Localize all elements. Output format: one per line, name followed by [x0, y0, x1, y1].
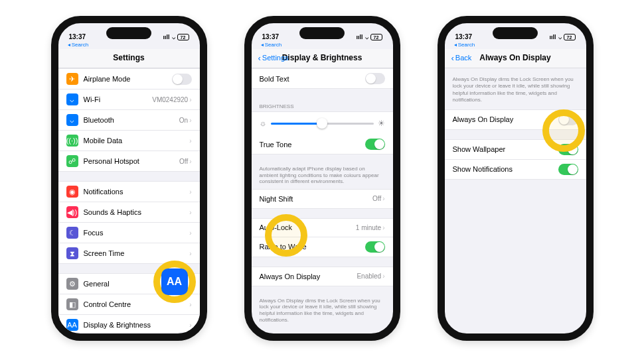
row-label: Airplane Mode — [84, 75, 172, 83]
chevron-right-icon: › — [382, 195, 384, 202]
row-always-on-display[interactable]: Always On Display Enabled › — [252, 267, 393, 286]
highlight-aod-toggle — [542, 109, 585, 152]
page-title: Always On Display — [479, 53, 550, 62]
row-value: Off — [179, 158, 188, 165]
phone-always-on-display: 13:37 ııll ⌵ 72 ◂ Search ‹ Back Always O… — [438, 16, 594, 341]
sun-high-icon: ☀ — [378, 119, 385, 128]
row-icon: ((·)) — [66, 135, 78, 147]
settings-row[interactable]: ◀))Sounds & Haptics› — [58, 202, 200, 223]
settings-row[interactable]: ⌵Wi-FiVM0242920› — [58, 90, 200, 110]
row-icon: ⧗ — [66, 247, 78, 259]
nav-bar: ‹ Settings Display & Brightness — [252, 49, 393, 68]
row-icon: AA — [66, 319, 78, 331]
chevron-right-icon: › — [189, 137, 191, 145]
row-icon: ◀)) — [66, 206, 78, 218]
back-label: Settings — [262, 54, 289, 62]
status-bar: 13:37 ııll ⌵ 72 — [445, 23, 586, 42]
settings-row[interactable]: ✈︎Airplane Mode — [58, 69, 200, 90]
chevron-right-icon: › — [189, 96, 191, 103]
status-time: 13:37 — [455, 33, 489, 40]
chevron-right-icon: › — [189, 229, 191, 237]
row-night-shift[interactable]: Night Shift Off › — [252, 190, 393, 208]
chevron-right-icon: › — [189, 209, 191, 216]
back-button[interactable]: ‹ Back — [451, 53, 472, 63]
row-label: Focus — [84, 229, 190, 237]
aod-content: Always On Display dims the Lock Screen w… — [445, 68, 586, 332]
chevron-right-icon: › — [189, 322, 191, 329]
breadcrumb[interactable]: ◂ Search — [252, 42, 393, 49]
battery-icon: 72 — [564, 34, 576, 40]
row-show-notifications[interactable]: Show Notifications — [445, 160, 586, 179]
chevron-right-icon: › — [382, 224, 384, 231]
wifi-icon: ⌵ — [365, 34, 368, 40]
toggle-show-notifications[interactable] — [558, 164, 578, 175]
battery-icon: 72 — [370, 34, 382, 40]
settings-row[interactable]: AADisplay & Brightness› — [58, 315, 200, 332]
breadcrumb[interactable]: ◂ Search — [445, 42, 586, 49]
row-icon: ⌵ — [66, 93, 78, 105]
row-label: Wi-Fi — [84, 95, 153, 103]
row-label: Notifications — [84, 188, 190, 196]
row-label: Sounds & Haptics — [84, 208, 190, 216]
status-icons: ııll ⌵ 72 — [163, 34, 189, 40]
settings-row[interactable]: ☍Personal HotspotOff› — [58, 151, 200, 171]
nav-bar: ‹ Back Always On Display — [445, 49, 586, 68]
status-time: 13:37 — [262, 33, 295, 40]
back-button[interactable]: ‹ Settings — [258, 53, 289, 63]
row-label: Mobile Data — [84, 137, 189, 145]
phone-settings: 13:37 ııll ⌵ 72 ◂ Search Settings ✈︎Airp… — [51, 16, 207, 341]
row-value: VM0242920 — [152, 96, 188, 103]
nav-bar: Settings — [58, 49, 200, 68]
brightness-content: Bold Text BRIGHTNESS ☼ ☀ True Tone Autom… — [252, 68, 393, 332]
status-icons: ııll ⌵ 72 — [549, 34, 575, 40]
chevron-left-icon: ‹ — [451, 53, 454, 63]
row-icon: ◉ — [66, 186, 78, 198]
chevron-right-icon: › — [189, 250, 191, 257]
back-label: Back — [455, 54, 471, 62]
page-title: Settings — [113, 53, 144, 62]
row-icon: ⚙ — [66, 278, 78, 290]
group-alerts: ◉Notifications›◀))Sounds & Haptics›☾Focu… — [58, 181, 200, 264]
row-label: Personal Hotspot — [84, 157, 180, 165]
row-label: Screen Time — [84, 249, 190, 257]
aod-description: Always On Display dims the Lock Screen w… — [445, 68, 586, 109]
wifi-icon: ⌵ — [172, 34, 175, 40]
row-icon: ☍ — [66, 155, 78, 167]
row-true-tone[interactable]: True Tone — [252, 135, 393, 154]
row-value: On — [179, 117, 188, 124]
chevron-right-icon: › — [189, 188, 191, 196]
brightness-slider-row[interactable]: ☼ ☀ — [252, 112, 393, 135]
breadcrumb[interactable]: ◂ Search — [58, 42, 200, 49]
toggle-bold-text[interactable] — [365, 73, 385, 84]
phone-display-brightness: 13:37 ııll ⌵ 72 ◂ Search ‹ Settings Disp… — [244, 16, 400, 341]
wifi-icon: ⌵ — [558, 34, 562, 40]
row-label: Display & Brightness — [84, 321, 190, 329]
settings-row[interactable]: ((·))Mobile Data› — [58, 131, 200, 151]
settings-row[interactable]: ⌵BluetoothOn› — [58, 110, 200, 131]
sun-low-icon: ☼ — [260, 119, 267, 128]
battery-icon: 72 — [177, 34, 189, 40]
status-bar: 13:37 ııll ⌵ 72 — [58, 23, 200, 42]
chevron-right-icon: › — [189, 117, 191, 124]
settings-row[interactable]: ◉Notifications› — [58, 182, 200, 202]
chevron-right-icon: › — [189, 301, 191, 308]
display-header: DISPLAY — [252, 327, 393, 332]
signal-icon: ııll — [549, 34, 556, 40]
true-tone-note: Automatically adapt iPhone display based… — [252, 164, 393, 189]
chevron-right-icon: › — [189, 158, 191, 165]
row-icon: ☾ — [66, 227, 78, 239]
chevron-left-icon: ‹ — [258, 53, 261, 63]
row-toggle[interactable] — [172, 74, 192, 85]
row-bold-text[interactable]: Bold Text — [252, 69, 393, 88]
signal-icon: ııll — [163, 34, 169, 40]
settings-row[interactable]: ☾Focus› — [58, 223, 200, 243]
brightness-header: BRIGHTNESS — [252, 98, 393, 111]
chevron-right-icon: › — [382, 272, 384, 280]
toggle-true-tone[interactable] — [365, 139, 385, 150]
brightness-slider[interactable] — [271, 123, 374, 125]
row-icon: ✈︎ — [66, 73, 78, 85]
row-icon: ◧ — [66, 298, 78, 310]
display-brightness-icon: AA — [161, 269, 188, 295]
toggle-raise-to-wake[interactable] — [365, 241, 385, 253]
group-network: ✈︎Airplane Mode⌵Wi-FiVM0242920›⌵Bluetoot… — [58, 68, 200, 172]
